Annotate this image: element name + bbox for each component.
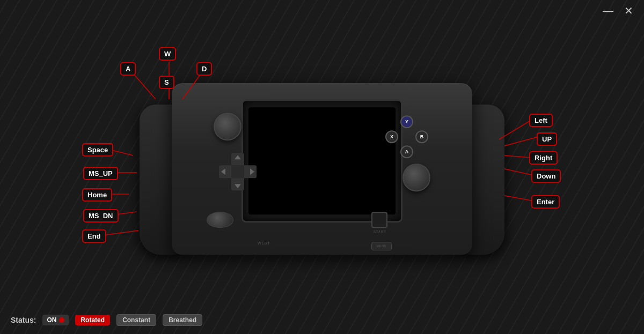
key-right: Right	[529, 151, 558, 165]
analog-left	[214, 113, 241, 140]
key-left: Left	[529, 114, 553, 127]
key-down: Down	[531, 169, 561, 183]
status-bar: Status: ON Rotated Constant Breathed	[11, 314, 202, 326]
key-ms-dn: MS_DN	[83, 209, 119, 222]
gamepad: Y A X B WLBT START MENU	[140, 72, 504, 255]
key-s: S	[159, 76, 174, 89]
analog-right	[402, 164, 430, 191]
dpad-left-arrow	[221, 168, 225, 175]
close-button[interactable]: ✕	[624, 5, 633, 16]
main-body: Y A X B WLBT START MENU	[172, 83, 472, 255]
key-ms-up: MS_UP	[83, 167, 118, 180]
status-constant-button[interactable]: Constant	[116, 314, 156, 326]
bottom-left-text: WLBT	[258, 241, 281, 245]
status-breathed-button[interactable]: Breathed	[163, 314, 202, 326]
menu-button[interactable]: MENU	[371, 242, 392, 250]
square-button[interactable]	[371, 212, 387, 228]
dpad	[219, 153, 257, 190]
key-w: W	[159, 47, 176, 61]
window-controls: — ✕	[603, 5, 633, 16]
status-label: Status:	[11, 316, 36, 324]
minimize-button[interactable]: —	[603, 5, 613, 16]
status-on: ON	[42, 315, 69, 325]
key-space: Space	[82, 143, 113, 157]
start-label: START	[374, 230, 386, 233]
svg-line-13	[504, 196, 534, 201]
dpad-right-arrow	[250, 168, 254, 175]
key-up: UP	[537, 132, 557, 146]
gamepad-body: Y A X B WLBT START MENU	[140, 72, 504, 255]
svg-line-7	[117, 212, 137, 214]
button-y[interactable]: Y	[400, 115, 413, 128]
status-rotated-button[interactable]: Rotated	[75, 315, 110, 325]
key-d: D	[196, 62, 212, 76]
svg-line-12	[504, 169, 531, 175]
key-home: Home	[82, 188, 112, 202]
svg-line-11	[504, 155, 531, 158]
button-b[interactable]: B	[415, 130, 428, 143]
key-a: A	[120, 62, 136, 76]
key-enter: Enter	[531, 195, 560, 209]
svg-line-8	[106, 231, 138, 235]
button-a[interactable]: A	[400, 145, 413, 158]
face-buttons: Y A X B	[385, 115, 428, 158]
dpad-arrows	[219, 153, 257, 190]
screen-bezel	[241, 99, 402, 222]
dpad-up-arrow	[235, 155, 241, 159]
key-end: End	[82, 229, 106, 243]
button-x[interactable]: X	[385, 130, 398, 143]
dpad-down-arrow	[235, 184, 241, 188]
status-on-text: ON	[47, 316, 56, 324]
left-lower-button	[207, 212, 233, 228]
svg-line-10	[504, 137, 537, 146]
status-indicator	[59, 317, 64, 323]
screen	[248, 107, 396, 214]
